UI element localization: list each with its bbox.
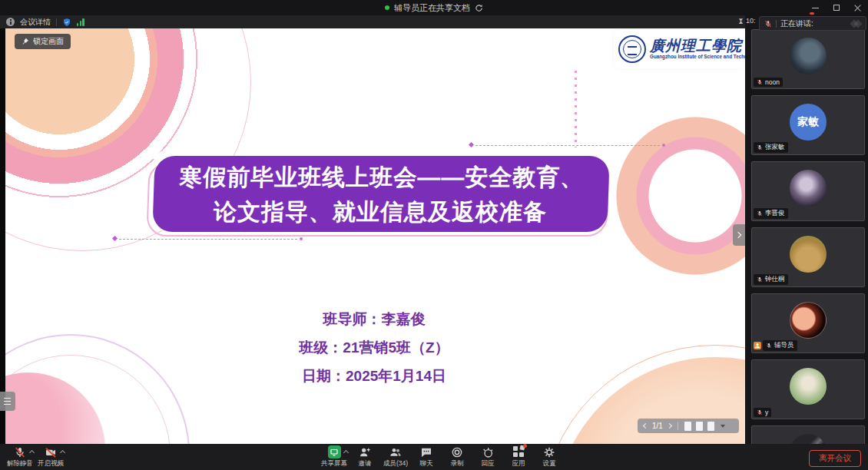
host-badge-icon [754, 342, 761, 349]
meeting-info-bar: 会议详情 [0, 15, 745, 28]
lock-view-button[interactable]: 锁定画面 [15, 34, 71, 49]
meeting-window: 辅导员正在共享文档 会议详情 锁定画面 [0, 0, 868, 470]
participant-tile[interactable]: 李晋俊 [751, 161, 865, 221]
share-screen-button[interactable]: 共享屏幕 [319, 445, 350, 468]
mic-muted-icon [766, 343, 772, 349]
chat-icon [420, 446, 432, 458]
reactions-button[interactable]: 回应 [472, 445, 503, 468]
avatar [790, 236, 827, 273]
settings-button[interactable]: 设置 [534, 445, 565, 468]
members-icon [389, 446, 402, 458]
avatar [790, 170, 827, 207]
prev-page-button[interactable] [643, 423, 648, 429]
layout-thumbnail-button[interactable] [684, 422, 691, 431]
teacher-line: 班导师：李嘉俊 [190, 305, 558, 333]
slide-decoration-bottom-left-ring2 [5, 355, 171, 444]
avatar [790, 368, 827, 405]
record-icon [451, 446, 463, 458]
shared-document-slide: 锁定画面 廣州理工學院 Guangzhou Institute of Scien… [5, 28, 745, 444]
share-status-text: 辅导员正在共享文档 [394, 2, 470, 14]
reaction-icon [482, 446, 494, 458]
participant-tile[interactable]: noon [751, 29, 865, 89]
layout-dropdown-caret-icon[interactable] [721, 425, 725, 428]
network-signal-icon[interactable] [77, 18, 84, 26]
participant-name-badge: 辅导员 [763, 340, 797, 351]
university-name-en: Guangzhou Institute of Science and Techn… [650, 55, 745, 60]
page-indicator: 1/1 [652, 422, 663, 430]
participant-name-badge: y [754, 408, 771, 417]
slide-decoration-right-ring [611, 111, 745, 280]
close-button[interactable] [853, 2, 863, 13]
participants-sidebar: noon 家敏 张家敏 李晋俊 钟仕桐 [745, 15, 868, 444]
divider [56, 18, 57, 26]
mic-options-caret-icon[interactable] [29, 450, 35, 455]
now-speaking-panel: 正在讲话: [759, 16, 866, 31]
lock-view-label: 锁定画面 [33, 36, 64, 47]
thumbnail-panel-toggle[interactable] [0, 392, 15, 411]
mic-muted-icon [757, 210, 763, 217]
recording-dot-icon [810, 12, 814, 15]
chat-button[interactable]: 聊天 [411, 445, 442, 468]
share-options-caret-icon[interactable] [343, 450, 349, 455]
slide-square-ornament [112, 236, 118, 241]
avatar [790, 38, 827, 74]
divider [678, 422, 678, 430]
university-logo: 廣州理工學院 Guangzhou Institute of Science an… [614, 30, 744, 68]
minimize-button[interactable] [810, 2, 820, 13]
sidebar-collapse-toggle[interactable] [733, 224, 745, 246]
invite-button[interactable]: 邀请 [350, 445, 380, 468]
mic-muted-icon [757, 79, 763, 85]
participant-name-badge: 钟仕桐 [754, 274, 788, 285]
slide-title-line2: 论文指导、就业信息及返校准备 [152, 194, 608, 229]
start-video-button[interactable]: 开启视频 [35, 445, 66, 468]
mic-muted-icon [757, 144, 763, 151]
slide-square-ornament [469, 142, 474, 147]
participant-tile[interactable]: 钟仕桐 [751, 227, 865, 287]
university-seal-icon [618, 35, 646, 63]
slide-dotted-column [575, 71, 577, 147]
refresh-icon[interactable] [475, 4, 483, 12]
layout-thumbnail-button[interactable] [707, 422, 714, 431]
bottom-toolbar: 解除静音 开启视频 共享屏幕 [0, 444, 868, 470]
class-line: 班级：21营销5班（Z） [190, 333, 558, 362]
slide-title-line1: 寒假前毕业班线上班会——安全教育、 [154, 160, 610, 194]
gear-icon [543, 446, 555, 458]
members-button[interactable]: 成员(34) [380, 445, 411, 468]
invite-person-icon [359, 446, 371, 458]
slide-title-box: 寒假前毕业班线上班会——安全教育、 论文指导、就业信息及返校准备 [152, 156, 609, 232]
next-page-button[interactable] [667, 423, 672, 429]
layout-thumbnail-button[interactable] [696, 422, 703, 431]
video-options-caret-icon[interactable] [60, 450, 65, 455]
sharing-active-dot-icon [385, 5, 389, 10]
info-icon [6, 18, 15, 26]
slide-dashed-line [119, 239, 297, 240]
notification-dot-icon [523, 444, 527, 448]
mic-muted-icon [757, 276, 763, 283]
restore-button[interactable] [831, 2, 842, 13]
share-status: 辅导员正在共享文档 [385, 2, 483, 14]
university-name-cn: 廣州理工學院 [650, 38, 745, 55]
leave-meeting-button[interactable]: 离开会议 [809, 450, 861, 467]
slide-decoration-bottom-left-blob [5, 372, 105, 444]
participant-name-badge: noon [754, 78, 783, 87]
meeting-details-button[interactable]: 会议详情 [20, 17, 51, 28]
security-shield-icon[interactable] [62, 18, 71, 27]
panel-decoration-icon [853, 21, 861, 27]
page-navigation: 1/1 [638, 419, 739, 433]
apps-grid-icon [513, 446, 525, 458]
avatar [790, 302, 827, 339]
title-bar: 辅导员正在共享文档 [0, 0, 868, 15]
unmute-button[interactable]: 解除静音 [5, 445, 35, 468]
slide-dot-ornament [662, 144, 665, 147]
mic-muted-icon [764, 20, 772, 28]
pin-icon [22, 38, 29, 45]
participant-name-badge: 张家敏 [754, 142, 788, 153]
slide-dashed-line [475, 145, 660, 146]
participant-tile-host[interactable]: 辅导员 [751, 293, 865, 353]
participant-tile[interactable]: 家敏 张家敏 [751, 95, 865, 155]
participant-tile[interactable]: y [751, 359, 865, 419]
record-button[interactable]: 录制 [442, 445, 472, 468]
window-controls [810, 0, 863, 15]
hourglass-icon [737, 18, 744, 25]
apps-button[interactable]: 应用 [503, 445, 534, 468]
